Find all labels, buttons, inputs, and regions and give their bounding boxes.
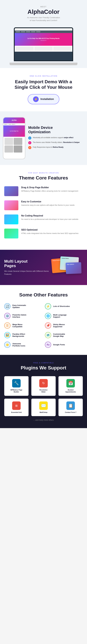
feat-googlefonts: Aa Google Fonts: [45, 342, 83, 348]
feature-drag-drop: Drag & Drop Page Builder WPBakery Page B…: [4, 186, 83, 196]
mobile-info: Mobile DeviceOptimization 1 Absolutely a…: [28, 126, 84, 151]
shortcodes-icon: ⚡: [45, 303, 51, 310]
feat-portfolio: 🌟 AwesomePortfolio Icons: [4, 342, 42, 348]
multi-visual: Theme Preview Layout Demo Style Options: [52, 256, 83, 280]
feat-easy-automatic: 🔄 Easy AutomaticUpdates: [4, 303, 42, 310]
essential-icon: ⊞: [12, 402, 20, 410]
install-section: One Click Installation Easily Import Dem…: [0, 68, 87, 111]
sticky-icon: 📌: [45, 322, 51, 329]
install-button-label: Installation: [40, 98, 54, 100]
feat-megamenu: ☰ Mega MenuCompatible: [4, 322, 42, 329]
meet-subtitle: An Awesome User Friendly Combinationof V…: [3, 16, 84, 22]
feature-num-2: 2: [28, 141, 31, 144]
feature-title-2: Easy to Customize: [21, 200, 74, 203]
wpbakery-icon: 🔧: [12, 379, 20, 388]
feature-desc-3: No need to be a professional web develop…: [21, 218, 78, 221]
multi-text: Multi LayoutPages We create Several Uniq…: [4, 259, 49, 276]
feature-title-4: SEO Optimized: [21, 228, 78, 231]
multi-title: Multi LayoutPages: [4, 259, 49, 268]
feat-admin-label: Powerful AdminInterface: [12, 314, 26, 318]
mobile-section: ALPHA About 1 Home / About 1 Let Us Help…: [0, 111, 87, 165]
contact-name: Contact Form 7: [60, 411, 81, 413]
easy-automatic-icon: 🔄: [4, 303, 10, 310]
laptop-mockup: Let Us Help You With All Of Your Printin…: [14, 27, 73, 61]
mobile-feature-2: 2 The theme uses Mobile Friendly sliders…: [28, 141, 84, 144]
laptop-base: [10, 63, 78, 65]
feat-shortcodes: ⚡ Lots of Shortcodes: [45, 303, 83, 310]
features-title: Theme Core Features: [4, 175, 83, 180]
install-button[interactable]: ⚡ Installation: [28, 94, 59, 104]
phone-mockup: ALPHA About 1 Home / About 1 Let Us Help…: [3, 117, 26, 159]
feature-customize: Easy to Customize Awesome easy-to-use op…: [4, 200, 83, 210]
feature-seo: SEO Optimized HTML code integrated into …: [4, 228, 83, 238]
revolution-icon: ↻: [39, 379, 48, 388]
plugin-mailchimp: ✉️ MailChimp: [31, 398, 56, 416]
feat-multilang-label: Multi LanguageSupport: [53, 314, 66, 318]
multilang-icon: 🌐: [45, 313, 51, 319]
googlemap-icon: 🗺️: [45, 332, 51, 338]
feature-thumb-4: [4, 228, 18, 238]
revolution-name: RevolutionSlider: [33, 389, 54, 393]
feature-title-3: No Coding Required: [21, 214, 78, 217]
megamenu-icon: ☰: [4, 322, 10, 329]
multi-card-3: Style Options: [66, 262, 82, 274]
parallax-icon: 🖼️: [4, 332, 10, 338]
plugin-essential: ⊞ Essential Grid: [4, 398, 28, 416]
feat-megamenu-label: Mega MenuCompatible: [12, 324, 22, 328]
mailchimp-name: MailChimp: [33, 411, 54, 413]
feature-desc-2: Awesome easy-to-use options will adjust …: [21, 204, 74, 206]
plugins-title: Plugins We Support: [4, 365, 83, 370]
meet-section: Meet AlphaColor An Awesome User Friendly…: [0, 0, 87, 68]
admin-icon: ⚙️: [4, 313, 10, 319]
other-title: Some Other Features: [4, 292, 83, 298]
feature-thumb-3: [4, 214, 18, 224]
feature-no-coding: No Coding Required No need to be a profe…: [4, 214, 83, 224]
multi-section: Multi LayoutPages We create Several Uniq…: [0, 250, 87, 285]
meet-title: AlphaColor: [3, 8, 84, 15]
plugin-wpbakery: 🔧 WPBakery PageBuilder: [4, 376, 28, 396]
feat-googlemap: 🗺️ CustomizableGoogle Map: [45, 332, 83, 338]
feature-thumb-1: [4, 186, 18, 196]
portfolio-icon: 🌟: [4, 342, 10, 348]
meet-label: Meet: [3, 6, 84, 8]
more-plugins-text: ... and many more others: [4, 419, 83, 421]
wpbakery-name: WPBakery PageBuilder: [6, 389, 27, 393]
plugins-grid: 🔧 WPBakery PageBuilder ↻ RevolutionSlide…: [4, 376, 83, 416]
feature-num-3: 3: [28, 146, 31, 149]
feat-parallax: 🖼️ Parallax EffectBackgrounds: [4, 332, 42, 338]
install-title: Easily Import Demo With aSingle Click of…: [4, 79, 83, 90]
plugin-booked: 📅 BookedAppointments: [58, 376, 83, 396]
feature-desc-4: HTML code integrated into the theme meet…: [21, 232, 78, 235]
booked-icon: 📅: [66, 379, 75, 388]
feat-googlefonts-label: Google Fonts: [53, 344, 65, 346]
free-label: Free & Compatible: [4, 362, 83, 364]
mobile-title: Mobile DeviceOptimization: [28, 126, 84, 134]
one-click-label: One Click Installation: [4, 75, 83, 77]
contact-icon: 📋: [66, 402, 75, 410]
mobile-feature-1: 1 Absolutely all scrollable sections sup…: [28, 136, 84, 140]
feat-sticky: 📌 Sticky MenusSupported: [45, 322, 83, 329]
feat-parallax-label: Parallax EffectBackgrounds: [12, 333, 25, 337]
for-easy-label: For Easy Website Creation: [4, 172, 83, 174]
mailchimp-icon: ✉️: [39, 402, 48, 410]
booked-name: BookedAppointments: [60, 389, 81, 393]
plugin-contact: 📋 Contact Form 7: [58, 398, 83, 416]
feat-admin: ⚙️ Powerful AdminInterface: [4, 313, 42, 319]
feat-portfolio-label: AwesomePortfolio Icons: [12, 342, 25, 347]
installation-icon: ⚡: [33, 96, 39, 102]
features-grid: 🔄 Easy AutomaticUpdates ⚡ Lots of Shortc…: [4, 303, 83, 348]
features-section: For Easy Website Creation Theme Core Fea…: [0, 165, 87, 250]
feature-thumb-2: [4, 200, 18, 210]
essential-name: Essential Grid: [6, 411, 27, 413]
feat-shortcodes-label: Lots of Shortcodes: [53, 305, 70, 307]
plugins-section: Free & Compatible Plugins We Support 🔧 W…: [0, 355, 87, 428]
feat-multilang: 🌐 Multi LanguageSupport: [45, 313, 83, 319]
plugin-revolution: ↻ RevolutionSlider: [31, 376, 56, 396]
googlefonts-icon: Aa: [45, 342, 51, 348]
other-features-section: Some Other Features 🔄 Easy AutomaticUpda…: [0, 285, 87, 355]
feature-desc-1: WPBakery Page Builder offers amazing too…: [21, 190, 78, 192]
feature-num-1: 1: [28, 136, 31, 140]
feat-googlemap-label: CustomizableGoogle Map: [53, 333, 65, 337]
multi-desc: We create Several Unique Demos with Diff…: [4, 270, 49, 276]
feature-title-1: Drag & Drop Page Builder: [21, 186, 78, 189]
